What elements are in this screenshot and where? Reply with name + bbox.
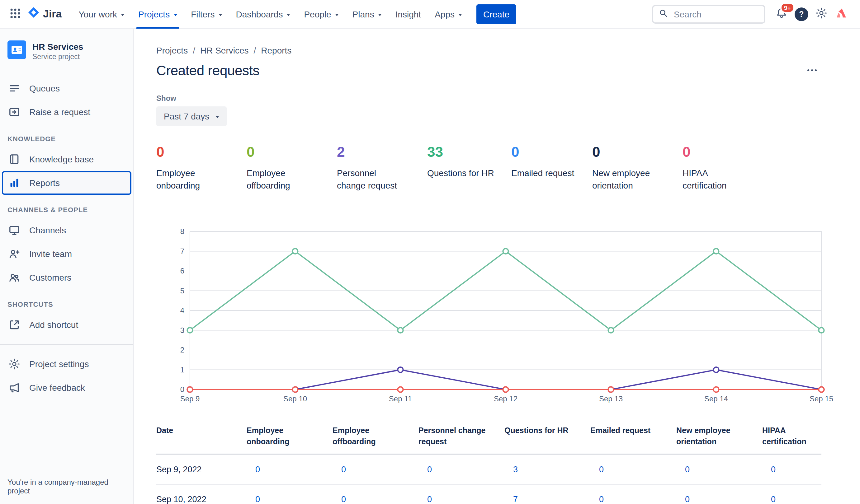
more-icon — [805, 63, 819, 79]
stat-label: Employee offboarding — [247, 166, 316, 192]
table-row: Sep 9, 20220003000 — [156, 454, 821, 485]
atlassian-home-button[interactable] — [831, 4, 851, 24]
sidebar-item-project-settings[interactable]: Project settings — [0, 352, 133, 376]
nav-item-insight[interactable]: Insight — [389, 0, 428, 28]
sidebar-item-label: Queues — [29, 84, 60, 93]
count-cell: 0 — [762, 485, 821, 504]
settings-icon — [8, 357, 21, 371]
sidebar-divider — [0, 344, 133, 345]
sidebar-item-customers[interactable]: Customers — [0, 266, 133, 289]
count-link[interactable]: 0 — [255, 495, 260, 504]
count-link[interactable]: 7 — [513, 495, 518, 504]
search-box[interactable] — [652, 5, 765, 23]
nav-item-dashboards[interactable]: Dashboards — [229, 0, 297, 28]
svg-text:4: 4 — [180, 306, 184, 314]
count-cell: 0 — [418, 485, 504, 504]
svg-text:3: 3 — [180, 326, 184, 335]
count-link[interactable]: 0 — [341, 495, 346, 504]
nav-item-label: Plans — [353, 9, 374, 19]
gear-icon — [815, 7, 828, 21]
count-link[interactable]: 0 — [427, 495, 432, 504]
count-cell: 0 — [247, 454, 332, 485]
jira-logo-icon — [27, 6, 40, 22]
app-switcher-button[interactable] — [5, 4, 25, 24]
search-input[interactable] — [673, 9, 759, 19]
column-header-emailed-request: Emailed request — [590, 420, 676, 454]
nav-item-label: Apps — [435, 9, 455, 19]
nav-item-projects[interactable]: Projects — [131, 0, 184, 28]
notification-badge: 9+ — [780, 2, 794, 13]
breadcrumb-projects[interactable]: Projects — [156, 45, 188, 55]
nav-item-label: Your work — [79, 9, 117, 19]
count-cell: 0 — [332, 454, 418, 485]
notifications-button[interactable]: 9+ — [772, 4, 791, 24]
sidebar-item-knowledge-base[interactable]: Knowledge base — [0, 147, 133, 171]
sidebar-item-raise-a-request[interactable]: Raise a request — [0, 100, 133, 124]
nav-item-apps[interactable]: Apps — [428, 0, 469, 28]
column-header-personnel-change-request: Personnel change request — [418, 420, 504, 454]
breadcrumb-separator: / — [254, 45, 256, 55]
sidebar-item-reports[interactable]: Reports — [2, 171, 131, 195]
nav-item-your-work[interactable]: Your work — [72, 0, 132, 28]
created-requests-chart: 012345678Sep 9Sep 10Sep 11Sep 12Sep 13Se… — [156, 226, 822, 408]
svg-text:1: 1 — [180, 366, 184, 374]
project-type: Service project — [32, 53, 83, 61]
sidebar-section-header: KNOWLEDGE — [0, 124, 133, 147]
sidebar-item-label: Raise a request — [29, 107, 90, 117]
chevron-down-icon — [215, 116, 219, 118]
feedback-icon — [8, 381, 21, 395]
stat-personnel-change-request: 2Personnel change request — [337, 144, 427, 192]
count-link[interactable]: 0 — [341, 465, 346, 474]
count-link[interactable]: 0 — [427, 465, 432, 474]
count-link[interactable]: 0 — [771, 495, 776, 504]
count-cell: 0 — [762, 454, 821, 485]
count-link[interactable]: 0 — [685, 495, 690, 504]
settings-button[interactable] — [812, 4, 831, 24]
stat-value: 2 — [337, 144, 427, 161]
nav-item-filters[interactable]: Filters — [184, 0, 229, 28]
stats-row: 0Employee onboarding0Employee offboardin… — [156, 144, 821, 192]
more-options-button[interactable] — [803, 62, 821, 80]
svg-text:Sep 13: Sep 13 — [599, 395, 623, 403]
count-cell: 0 — [247, 485, 332, 504]
sidebar-item-invite-team[interactable]: Invite team — [0, 242, 133, 266]
count-link[interactable]: 0 — [255, 465, 260, 474]
breadcrumb-hr-services[interactable]: HR Services — [200, 45, 249, 55]
count-link[interactable]: 0 — [599, 495, 604, 504]
nav-item-plans[interactable]: Plans — [346, 0, 389, 28]
nav-item-label: Insight — [396, 9, 421, 19]
help-icon: ? — [794, 7, 808, 21]
count-link[interactable]: 0 — [771, 465, 776, 474]
date-range-dropdown[interactable]: Past 7 days — [156, 106, 227, 126]
nav-item-people[interactable]: People — [297, 0, 345, 28]
svg-text:Sep 11: Sep 11 — [389, 395, 412, 403]
table-row: Sep 10, 20220007000 — [156, 485, 821, 504]
sidebar-item-label: Channels — [29, 225, 66, 235]
sidebar-item-queues[interactable]: Queues — [0, 76, 133, 100]
count-link[interactable]: 3 — [513, 465, 518, 474]
breadcrumb-reports[interactable]: Reports — [261, 45, 291, 55]
chevron-down-icon — [173, 13, 177, 16]
chevron-down-icon — [458, 13, 462, 16]
search-icon — [658, 8, 668, 20]
jira-logo[interactable]: Jira — [27, 6, 62, 22]
svg-text:Sep 9: Sep 9 — [180, 395, 200, 403]
project-name: HR Services — [32, 41, 83, 52]
jira-window: Jira Your workProjectsFiltersDashboardsP… — [0, 0, 860, 504]
stat-label: Emailed request — [511, 166, 581, 179]
count-link[interactable]: 0 — [599, 465, 604, 474]
project-header[interactable]: HR Services Service project — [0, 38, 133, 69]
stat-hipaa-certification: 0HIPAA certification — [683, 144, 773, 192]
svg-text:7: 7 — [180, 247, 184, 255]
primary-nav: Your workProjectsFiltersDashboardsPeople… — [72, 0, 469, 28]
count-link[interactable]: 0 — [685, 465, 690, 474]
sidebar-item-add-shortcut[interactable]: Add shortcut — [0, 313, 133, 337]
knowledge-base-icon — [8, 152, 21, 166]
sidebar-section-header: SHORTCUTS — [0, 289, 133, 313]
svg-text:8: 8 — [180, 227, 184, 236]
sidebar-item-give-feedback[interactable]: Give feedback — [0, 376, 133, 399]
stat-value: 0 — [156, 144, 247, 161]
sidebar-item-channels[interactable]: Channels — [0, 218, 133, 242]
sidebar-item-label: Invite team — [29, 249, 72, 259]
create-button[interactable]: Create — [476, 4, 516, 24]
